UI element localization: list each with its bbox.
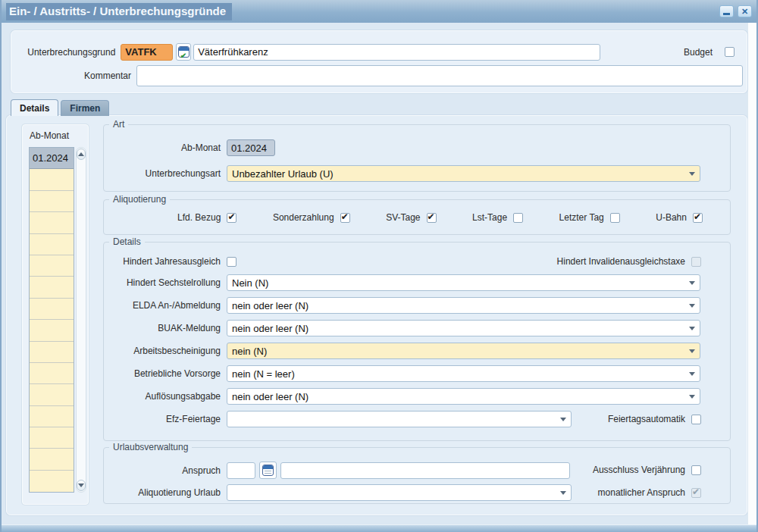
- u-bahn-checkbox[interactable]: [693, 213, 703, 223]
- chevron-down-icon: [556, 418, 571, 421]
- list-item[interactable]: [30, 234, 74, 255]
- letzter-tag-field: Letzter Tag: [559, 212, 620, 223]
- list-item[interactable]: [30, 363, 74, 384]
- hindert-jahresausgleich-checkbox[interactable]: [227, 257, 236, 267]
- sonderzahlung-field: Sonderzahlung: [273, 212, 350, 223]
- budget-field: Budget: [600, 47, 735, 58]
- window-right-gutter: [747, 23, 756, 524]
- group-aliquotierung: Aliquotierung Lfd. Bezug Sonderzahlung S…: [103, 199, 731, 235]
- budget-checkbox[interactable]: [725, 47, 735, 57]
- u-bahn-field: U-Bahn: [656, 212, 703, 223]
- tab-bar: Details Firmen: [11, 99, 109, 116]
- list-item[interactable]: [30, 169, 74, 190]
- arbeitsbescheinigung-value: nein (N): [227, 346, 684, 357]
- tab-details-label: Details: [20, 103, 49, 114]
- aufloesungsabgabe-label: Auflösungsabgabe: [108, 391, 221, 402]
- letzter-tag-checkbox[interactable]: [610, 213, 620, 223]
- unterbrechungsart-label: Unterbrechungsart: [108, 168, 221, 179]
- ab-monat-scrollbar[interactable]: [76, 147, 86, 493]
- chevron-down-icon: [684, 395, 700, 399]
- chevron-down-icon: [684, 349, 700, 353]
- betriebliche-vorsorge-label: Betriebliche Vorsorge: [108, 368, 221, 379]
- list-item[interactable]: [30, 406, 74, 427]
- lst-tage-field: Lst-Tage: [472, 212, 523, 223]
- window-left-border: [0, 0, 2, 532]
- scroll-down-button[interactable]: [77, 480, 86, 491]
- monatlicher-anspruch-checkbox: [691, 488, 701, 498]
- list-item[interactable]: [30, 342, 74, 363]
- unterbrechungsart-value: Unbezahlter Urlaub (U): [227, 168, 684, 180]
- sonderzahlung-label: Sonderzahlung: [273, 212, 334, 223]
- unterbrechungsart-select[interactable]: Unbezahlter Urlaub (U): [227, 165, 700, 182]
- minimize-button[interactable]: [719, 5, 734, 17]
- tab-firmen-label: Firmen: [70, 103, 100, 114]
- elda-an-abmeldung-select[interactable]: nein oder leer (N): [227, 297, 700, 314]
- aliquotierung-urlaub-select[interactable]: [227, 484, 572, 501]
- unterbrechungsgrund-label: Unterbrechungsgrund: [19, 47, 115, 58]
- anspruch-input[interactable]: [227, 462, 255, 479]
- app-window: Ein- / Austritts- / Unterbrechungsgründe…: [0, 0, 758, 532]
- elda-an-abmeldung-value: nein oder leer (N): [227, 300, 684, 311]
- unterbrechungsgrund-code-input[interactable]: VATFK: [121, 44, 173, 61]
- list-item-selected[interactable]: 01.2024: [30, 148, 74, 169]
- aufloesungsabgabe-select[interactable]: nein oder leer (N): [227, 388, 700, 405]
- list-item[interactable]: [30, 471, 74, 492]
- ausschluss-verjaehrung-checkbox[interactable]: [691, 465, 701, 475]
- lfd-bezug-checkbox[interactable]: [227, 213, 236, 223]
- betriebliche-vorsorge-select[interactable]: nein (N = leer): [227, 365, 700, 382]
- sonderzahlung-checkbox[interactable]: [340, 213, 350, 223]
- unterbrechungsgrund-lookup-button[interactable]: [176, 43, 191, 61]
- ab-monat-list-header: Ab-Monat: [23, 125, 88, 144]
- list-item[interactable]: [30, 212, 74, 233]
- anspruch-calendar-button[interactable]: [259, 462, 277, 479]
- minimize-icon: [723, 13, 730, 15]
- hindert-invalidenausgleichstaxe-checkbox: [691, 257, 701, 267]
- elda-an-abmeldung-label: ELDA An-/Abmeldung: [108, 300, 221, 311]
- list-item[interactable]: [30, 320, 74, 341]
- list-item[interactable]: [30, 191, 74, 212]
- calendar-icon: [262, 465, 274, 476]
- close-icon: ✕: [741, 8, 748, 16]
- hindert-jahresausgleich-label: Hindert Jahresausgleich: [108, 256, 221, 267]
- group-urlaubsverwaltung: Urlaubsverwaltung Anspruch Ausschluss Ve…: [103, 447, 731, 504]
- lfd-bezug-label: Lfd. Bezug: [177, 212, 221, 223]
- kommentar-input[interactable]: [136, 65, 743, 86]
- window-title: Ein- / Austritts- / Unterbrechungsgründe: [6, 3, 232, 20]
- u-bahn-label: U-Bahn: [656, 212, 687, 223]
- chevron-down-icon: [684, 304, 700, 308]
- list-item[interactable]: [30, 277, 74, 298]
- art-ab-monat-value: 01.2024: [227, 139, 275, 156]
- unterbrechungsgrund-name-input[interactable]: Väterfrühkarenz: [193, 44, 600, 61]
- buak-meldung-select[interactable]: nein oder leer (N): [227, 320, 700, 336]
- tab-details[interactable]: Details: [11, 99, 58, 116]
- aufloesungsabgabe-value: nein oder leer (N): [227, 391, 684, 402]
- lst-tage-checkbox[interactable]: [513, 213, 523, 223]
- chevron-down-icon: [684, 172, 700, 176]
- hindert-sechstelrollung-select[interactable]: Nein (N): [227, 274, 700, 291]
- list-item[interactable]: [30, 299, 74, 320]
- sv-tage-checkbox[interactable]: [427, 213, 437, 223]
- list-item[interactable]: [30, 255, 74, 277]
- hindert-invalidenausgleichstaxe-label: Hindert Invalidenausgleichstaxe: [557, 256, 685, 267]
- titlebar[interactable]: Ein- / Austritts- / Unterbrechungsgründe…: [0, 0, 758, 23]
- anspruch-text-input[interactable]: [280, 462, 570, 479]
- efz-feiertage-select[interactable]: [227, 411, 572, 427]
- arbeitsbescheinigung-select[interactable]: nein (N): [227, 343, 700, 359]
- letzter-tag-label: Letzter Tag: [559, 212, 604, 223]
- group-urlaubsverwaltung-title: Urlaubsverwaltung: [109, 442, 192, 452]
- lst-tage-label: Lst-Tage: [472, 212, 507, 223]
- ab-monat-list: 01.2024: [29, 147, 74, 493]
- calendar-check-icon: [178, 46, 190, 58]
- betriebliche-vorsorge-value: nein (N = leer): [227, 368, 684, 380]
- close-button[interactable]: ✕: [738, 5, 752, 17]
- list-item[interactable]: [30, 384, 74, 405]
- tab-firmen[interactable]: Firmen: [61, 100, 109, 116]
- hindert-sechstelrollung-value: Nein (N): [227, 277, 684, 289]
- aliquotierung-urlaub-label: Aliquotierung Urlaub: [108, 487, 221, 498]
- list-item[interactable]: [30, 427, 74, 449]
- scroll-up-button[interactable]: [77, 149, 86, 160]
- chevron-down-icon: [684, 372, 700, 376]
- list-item[interactable]: [30, 449, 74, 470]
- feiertagsautomatik-checkbox[interactable]: [691, 415, 701, 424]
- anspruch-label: Anspruch: [108, 465, 221, 476]
